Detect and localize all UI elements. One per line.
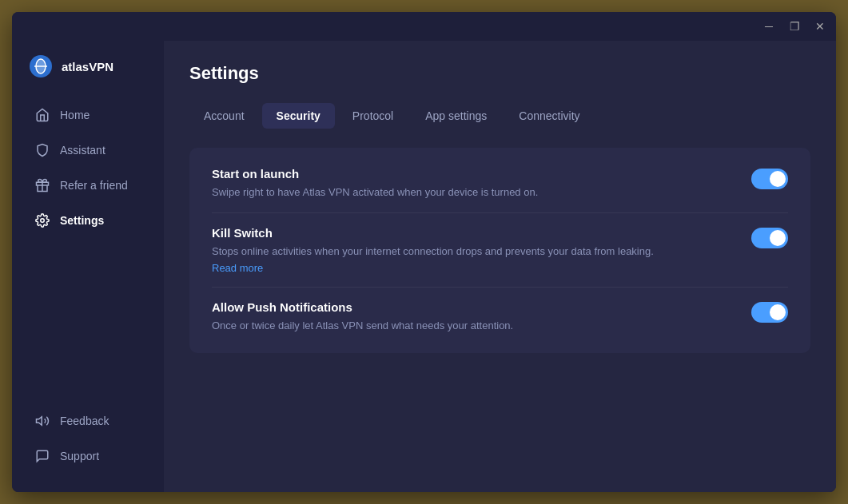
app-body: atlasVPN Home	[12, 41, 836, 492]
toggle-push-notifications[interactable]	[751, 302, 788, 323]
main-content: Settings Account Security Protocol App s…	[164, 41, 836, 492]
sidebar-label-feedback: Feedback	[60, 415, 109, 427]
setting-desc-push-notifications: Once or twice daily let Atlas VPN send w…	[212, 319, 735, 333]
sidebar-logo: atlasVPN	[12, 54, 164, 98]
setting-title-push-notifications: Allow Push Notifications	[212, 300, 735, 314]
setting-desc-start-on-launch: Swipe right to have Atlas VPN activated …	[212, 185, 735, 200]
toggle-slider-push-notifications	[751, 302, 788, 323]
setting-title-kill-switch: Kill Switch	[212, 226, 735, 240]
sidebar-label-support: Support	[60, 450, 99, 462]
page-title: Settings	[189, 63, 810, 84]
setting-item-kill-switch: Kill Switch Stops online activities when…	[212, 213, 788, 288]
settings-tabs: Account Security Protocol App settings C…	[189, 103, 810, 129]
sidebar-label-assistant: Assistant	[60, 144, 106, 157]
sidebar-item-refer[interactable]: Refer a friend	[18, 169, 157, 202]
svg-point-5	[41, 219, 45, 223]
toggle-start-on-launch[interactable]	[751, 169, 788, 189]
setting-item-start-on-launch: Start on launch Swipe right to have Atla…	[212, 167, 788, 213]
setting-item-push-notifications: Allow Push Notifications Once or twice d…	[212, 288, 788, 333]
setting-info-start-on-launch: Start on launch Swipe right to have Atla…	[212, 167, 751, 200]
shield-icon	[34, 142, 50, 158]
minimize-button[interactable]: ─	[759, 17, 778, 36]
title-bar-controls: ─ ❐ ✕	[759, 17, 830, 36]
tab-protocol[interactable]: Protocol	[338, 103, 408, 129]
sidebar-label-home: Home	[60, 109, 90, 121]
setting-desc-kill-switch: Stops online activities when your intern…	[212, 244, 735, 259]
title-bar: ─ ❐ ✕	[12, 12, 836, 41]
toggle-slider-kill-switch	[751, 228, 788, 248]
sidebar-bottom: Feedback Support	[12, 404, 164, 479]
app-name: atlasVPN	[62, 60, 113, 73]
app-window: ─ ❐ ✕ atlasVPN	[12, 12, 836, 492]
sidebar-nav: Home Assistant	[12, 98, 164, 404]
security-settings-card: Start on launch Swipe right to have Atla…	[189, 148, 810, 353]
sidebar: atlasVPN Home	[12, 41, 164, 492]
setting-info-kill-switch: Kill Switch Stops online activities when…	[212, 226, 751, 274]
support-icon	[34, 448, 50, 464]
toggle-kill-switch[interactable]	[751, 228, 788, 248]
feedback-icon	[34, 413, 50, 429]
sidebar-item-home[interactable]: Home	[18, 98, 157, 132]
setting-title-start-on-launch: Start on launch	[212, 167, 735, 181]
gift-icon	[34, 177, 50, 193]
sidebar-item-settings[interactable]: Settings	[18, 204, 157, 237]
settings-icon	[34, 212, 50, 228]
toggle-slider-start-on-launch	[751, 169, 788, 189]
sidebar-item-assistant[interactable]: Assistant	[18, 133, 157, 167]
sidebar-item-support[interactable]: Support	[18, 439, 157, 473]
sidebar-label-refer: Refer a friend	[60, 179, 128, 192]
setting-info-push-notifications: Allow Push Notifications Once or twice d…	[212, 300, 751, 333]
atlas-logo-icon	[28, 54, 54, 79]
tab-account[interactable]: Account	[189, 103, 259, 129]
sidebar-item-feedback[interactable]: Feedback	[18, 404, 157, 438]
home-icon	[34, 107, 50, 123]
kill-switch-read-more-link[interactable]: Read more	[212, 262, 735, 274]
tab-connectivity[interactable]: Connectivity	[504, 103, 594, 129]
sidebar-label-settings: Settings	[60, 214, 104, 227]
close-button[interactable]: ✕	[810, 17, 830, 36]
tab-app-settings[interactable]: App settings	[411, 103, 501, 129]
maximize-button[interactable]: ❐	[785, 17, 804, 36]
tab-security[interactable]: Security	[262, 103, 335, 129]
svg-marker-6	[37, 417, 42, 426]
